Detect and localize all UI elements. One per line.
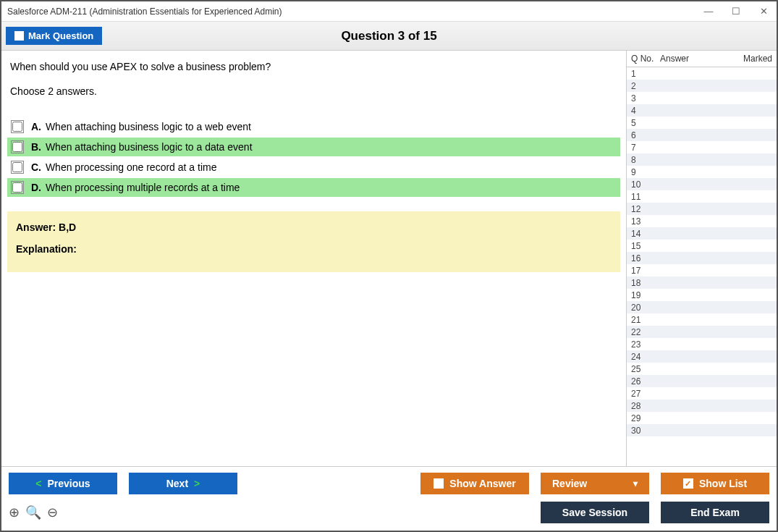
question-list-row[interactable]: 1 bbox=[627, 67, 777, 80]
review-button[interactable]: Review ▾ bbox=[541, 473, 649, 494]
row-qno: 13 bbox=[631, 216, 660, 227]
question-list-row[interactable]: 25 bbox=[627, 363, 777, 375]
question-text: When should you use APEX to solve a busi… bbox=[1, 58, 626, 117]
col-answer: Answer bbox=[660, 54, 732, 64]
question-list-row[interactable]: 5 bbox=[627, 117, 777, 129]
checkbox-checked-icon: ✓ bbox=[683, 478, 693, 489]
question-list-row[interactable]: 27 bbox=[627, 387, 777, 400]
row-qno: 11 bbox=[631, 192, 660, 202]
question-list-row[interactable]: 17 bbox=[627, 264, 777, 276]
question-list-row[interactable]: 29 bbox=[627, 412, 777, 424]
row-qno: 9 bbox=[631, 167, 660, 177]
row-qno: 3 bbox=[631, 93, 660, 104]
option-letter: D. bbox=[31, 182, 41, 193]
question-list-row[interactable]: 22 bbox=[627, 326, 777, 338]
window-controls: — ☐ ✕ bbox=[701, 6, 771, 17]
row-qno: 5 bbox=[631, 118, 660, 128]
question-list-row[interactable]: 11 bbox=[627, 190, 777, 203]
option-row[interactable]: A. When attaching business logic to a we… bbox=[7, 117, 620, 136]
next-label: Next bbox=[166, 478, 188, 489]
review-label: Review bbox=[552, 478, 587, 489]
minimize-icon[interactable]: — bbox=[701, 6, 716, 17]
question-list-row[interactable]: 28 bbox=[627, 400, 777, 412]
question-list-row[interactable]: 16 bbox=[627, 252, 777, 264]
option-text: When attaching business logic to a data … bbox=[46, 141, 253, 153]
main-panel: When should you use APEX to solve a busi… bbox=[1, 51, 626, 466]
question-list-row[interactable]: 2 bbox=[627, 80, 777, 92]
zoom-reset-icon[interactable]: 🔍 bbox=[25, 504, 41, 520]
save-session-label: Save Session bbox=[562, 507, 627, 518]
question-list-row[interactable]: 9 bbox=[627, 166, 777, 178]
header-bar: Mark Question Question 3 of 15 bbox=[1, 22, 777, 51]
row-qno: 12 bbox=[631, 204, 660, 214]
end-exam-button[interactable]: End Exam bbox=[661, 502, 769, 523]
mark-question-label: Mark Question bbox=[28, 30, 93, 41]
question-list-row[interactable]: 20 bbox=[627, 301, 777, 313]
titlebar: Salesforce ADM-211 (Administration Essen… bbox=[1, 1, 777, 22]
option-checkbox[interactable] bbox=[12, 122, 22, 132]
option-letter: C. bbox=[31, 161, 41, 173]
row-qno: 20 bbox=[631, 303, 660, 313]
question-list-row[interactable]: 6 bbox=[627, 129, 777, 141]
row-qno: 26 bbox=[631, 376, 660, 387]
save-session-button[interactable]: Save Session bbox=[541, 502, 649, 523]
question-list-row[interactable]: 12 bbox=[627, 203, 777, 215]
question-list-row[interactable]: 24 bbox=[627, 350, 777, 363]
option-checkbox[interactable] bbox=[12, 162, 22, 172]
body: When should you use APEX to solve a busi… bbox=[1, 51, 777, 466]
question-list-row[interactable]: 21 bbox=[627, 313, 777, 326]
row-qno: 16 bbox=[631, 253, 660, 263]
option-checkbox-wrap bbox=[11, 120, 24, 133]
option-checkbox[interactable] bbox=[12, 182, 22, 193]
option-text: When attaching business logic to a web e… bbox=[46, 121, 251, 132]
row-qno: 10 bbox=[631, 180, 660, 190]
option-checkbox-wrap bbox=[11, 161, 24, 174]
question-prompt: When should you use APEX to solve a busi… bbox=[10, 61, 617, 72]
answer-label: Answer: B,D bbox=[16, 221, 612, 233]
question-list-row[interactable]: 19 bbox=[627, 289, 777, 301]
end-exam-label: End Exam bbox=[690, 507, 740, 518]
row-qno: 1 bbox=[631, 69, 660, 79]
show-answer-label: Show Answer bbox=[449, 478, 515, 489]
options-list: A. When attaching business logic to a we… bbox=[1, 117, 626, 198]
chevron-left-icon: < bbox=[35, 478, 41, 489]
option-label: B. When attaching business logic to a da… bbox=[31, 141, 253, 153]
show-answer-button[interactable]: Show Answer bbox=[420, 473, 529, 494]
question-list-row[interactable]: 13 bbox=[627, 215, 777, 227]
zoom-out-icon[interactable]: ⊖ bbox=[47, 504, 58, 520]
row-qno: 27 bbox=[631, 389, 660, 399]
checkbox-icon bbox=[434, 478, 444, 489]
show-list-button[interactable]: ✓ Show List bbox=[661, 473, 769, 494]
row-qno: 7 bbox=[631, 143, 660, 153]
question-list-row[interactable]: 23 bbox=[627, 338, 777, 350]
mark-question-button[interactable]: Mark Question bbox=[6, 27, 102, 45]
window-title: Salesforce ADM-211 (Administration Essen… bbox=[7, 7, 701, 17]
row-qno: 30 bbox=[631, 426, 660, 436]
question-list-row[interactable]: 3 bbox=[627, 92, 777, 104]
option-row[interactable]: B. When attaching business logic to a da… bbox=[7, 138, 620, 156]
maximize-icon[interactable]: ☐ bbox=[729, 6, 743, 17]
close-icon[interactable]: ✕ bbox=[756, 6, 771, 17]
question-list-row[interactable]: 15 bbox=[627, 240, 777, 252]
option-row[interactable]: D. When processing multiple records at a… bbox=[7, 178, 620, 197]
question-instruction: Choose 2 answers. bbox=[10, 85, 617, 97]
show-list-label: Show List bbox=[699, 478, 747, 489]
question-list-row[interactable]: 18 bbox=[627, 276, 777, 289]
question-list-row[interactable]: 7 bbox=[627, 141, 777, 153]
next-button[interactable]: Next > bbox=[129, 473, 237, 494]
question-list-row[interactable]: 4 bbox=[627, 104, 777, 117]
question-list-row[interactable]: 10 bbox=[627, 178, 777, 190]
question-list-row[interactable]: 30 bbox=[627, 424, 777, 436]
checkbox-icon bbox=[14, 31, 24, 41]
option-text: When processing one record at a time bbox=[46, 161, 217, 173]
question-list-rows[interactable]: 1234567891011121314151617181920212223242… bbox=[627, 67, 777, 466]
previous-button[interactable]: < Previous bbox=[9, 473, 117, 494]
chevron-right-icon: > bbox=[194, 478, 200, 489]
question-list-row[interactable]: 8 bbox=[627, 153, 777, 166]
question-list-row[interactable]: 26 bbox=[627, 375, 777, 387]
option-row[interactable]: C. When processing one record at a time bbox=[7, 158, 620, 177]
option-checkbox[interactable] bbox=[12, 142, 22, 152]
zoom-in-icon[interactable]: ⊕ bbox=[9, 504, 20, 520]
question-list-row[interactable]: 14 bbox=[627, 227, 777, 240]
row-qno: 28 bbox=[631, 401, 660, 411]
